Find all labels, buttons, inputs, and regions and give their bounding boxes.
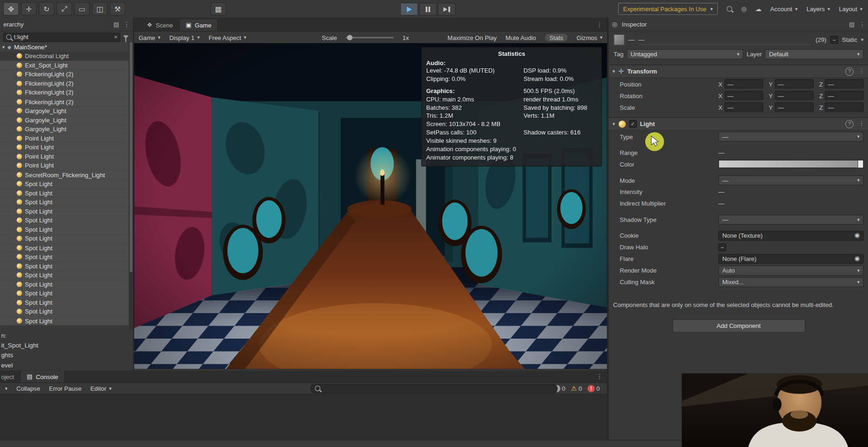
foldout-icon[interactable]: ▾ xyxy=(613,121,615,127)
console-search-field[interactable] xyxy=(310,384,557,393)
scene-header-row[interactable]: ▾ ◆ MainScene* xyxy=(0,42,128,51)
hand-tool-button[interactable]: ✥ xyxy=(3,2,19,16)
console-search-input[interactable] xyxy=(323,385,554,392)
hierarchy-item[interactable]: FlickeringLight (2) xyxy=(0,70,128,79)
layout-dropdown[interactable]: Layout ▾ xyxy=(839,6,862,12)
position-z-field[interactable]: — xyxy=(825,79,864,88)
hierarchy-item[interactable]: Spot Light xyxy=(0,307,128,316)
slider-knob[interactable] xyxy=(347,35,353,40)
stats-toggle[interactable]: Stats xyxy=(545,34,568,42)
error-filter-toggle[interactable]: ! 0 xyxy=(588,385,600,392)
component-menu-icon[interactable]: ⋮ xyxy=(859,67,865,76)
search-icon[interactable] xyxy=(727,6,732,12)
flare-object-field[interactable]: None (Flare) ◉ xyxy=(718,254,863,263)
scale-x-field[interactable]: — xyxy=(725,102,763,112)
cookie-object-field[interactable]: None (Texture) ◉ xyxy=(718,230,863,240)
hierarchy-search-field[interactable]: × xyxy=(3,33,120,42)
hierarchy-item[interactable]: Spot Light xyxy=(0,179,128,188)
shadow-type-dropdown[interactable]: — ▾ xyxy=(718,214,863,224)
account-dropdown[interactable]: Account ▾ xyxy=(770,6,798,12)
layers-dropdown[interactable]: Layers ▾ xyxy=(807,6,830,12)
render-mode-dropdown[interactable]: Auto ▾ xyxy=(718,265,863,275)
rotation-z-field[interactable]: — xyxy=(825,91,864,100)
filter-icon[interactable] xyxy=(123,35,129,39)
hierarchy-tab[interactable]: erarchy ▤ ⋮ xyxy=(0,18,133,32)
collapse-toggle[interactable]: Collapse xyxy=(16,385,40,392)
hierarchy-item[interactable]: Spot Light xyxy=(0,252,128,261)
hierarchy-item[interactable]: FlickeringLight (2) xyxy=(0,97,128,107)
editor-dropdown[interactable]: Editor ▾ xyxy=(90,385,112,392)
hierarchy-item[interactable]: Spot Light xyxy=(0,280,128,289)
foldout-icon[interactable]: ▾ xyxy=(2,44,5,50)
light-component-header[interactable]: ▾ ✓ Light ? ⋮ xyxy=(608,117,868,131)
help-icon[interactable]: ? xyxy=(845,67,854,76)
object-picker-icon[interactable]: ◉ xyxy=(855,232,860,239)
hierarchy-item[interactable]: Gargoyle_Light xyxy=(0,125,128,134)
tab-game[interactable]: ▣ Game xyxy=(180,20,218,31)
list-icon[interactable]: ▤ xyxy=(849,21,855,28)
hierarchy-item[interactable]: Spot Light xyxy=(0,289,128,298)
hierarchy-item[interactable]: Spot Light xyxy=(0,207,128,216)
play-button[interactable] xyxy=(400,3,418,15)
scale-z-field[interactable]: — xyxy=(825,102,864,112)
hierarchy-item[interactable]: Gargoyle_Light xyxy=(0,106,128,115)
crosshair-icon[interactable]: ◎ xyxy=(741,5,746,12)
console-log-area[interactable] xyxy=(0,394,607,441)
hierarchy-item[interactable]: Spot Light xyxy=(0,298,128,307)
mute-audio-toggle[interactable]: Mute Audio xyxy=(506,34,536,41)
rotation-x-field[interactable]: — xyxy=(725,91,763,100)
position-y-field[interactable]: — xyxy=(775,79,814,88)
maximize-on-play-toggle[interactable]: Maximize On Play xyxy=(447,34,497,41)
step-button[interactable] xyxy=(438,3,455,15)
move-tool-button[interactable]: ✛ xyxy=(21,2,36,16)
gizmos-dropdown[interactable]: Gizmos ▾ xyxy=(576,34,602,41)
grid-snap-button[interactable]: ▦ xyxy=(211,2,226,16)
error-pause-toggle[interactable]: Error Pause xyxy=(49,385,81,392)
range-field[interactable]: — xyxy=(718,149,724,156)
mode-dropdown[interactable]: — ▾ xyxy=(718,175,863,185)
intensity-field[interactable]: — xyxy=(718,188,724,195)
tab-project[interactable]: oject xyxy=(0,371,20,382)
hierarchy-item[interactable]: FlickeringLight (2) xyxy=(0,88,128,97)
panel-menu-icon[interactable]: ⋮ xyxy=(124,21,130,28)
type-dropdown[interactable]: — ▾ xyxy=(718,131,863,141)
color-field[interactable] xyxy=(718,160,863,168)
hierarchy-item[interactable]: Point Light xyxy=(0,133,128,143)
hierarchy-item[interactable]: SecretRoom_Flickering_Light xyxy=(0,170,128,180)
layer-dropdown[interactable]: Default ▾ xyxy=(765,49,864,59)
foldout-icon[interactable]: ▾ xyxy=(613,68,615,74)
panel-menu-icon[interactable]: ⋮ xyxy=(596,21,607,31)
hierarchy-item[interactable]: Directional Light xyxy=(0,52,128,61)
hierarchy-item[interactable]: Spot Light xyxy=(0,188,128,198)
hierarchy-item[interactable]: Spot Light xyxy=(0,243,128,253)
tab-scene[interactable]: ❖ Scene xyxy=(141,20,180,31)
static-checkbox[interactable]: – xyxy=(830,36,838,44)
scale-slider[interactable] xyxy=(346,37,394,38)
game-mode-dropdown[interactable]: Game ▾ xyxy=(139,34,160,41)
list-icon[interactable]: ▤ xyxy=(114,21,119,28)
draw-halo-checkbox[interactable]: – xyxy=(718,243,726,251)
transform-tool-button[interactable]: ◫ xyxy=(92,2,107,16)
clear-search-icon[interactable]: × xyxy=(114,34,118,40)
light-enabled-checkbox[interactable]: ✓ xyxy=(629,120,637,128)
console-dropdown-icon[interactable]: ▾ xyxy=(5,386,7,391)
rect-tool-button[interactable]: ▭ xyxy=(74,2,90,16)
hierarchy-item[interactable]: Gargoyle_Light xyxy=(0,115,128,125)
add-component-button[interactable]: Add Component xyxy=(672,319,805,333)
hierarchy-search-input[interactable] xyxy=(14,34,112,40)
hierarchy-item[interactable]: Spot Light xyxy=(0,216,128,225)
pause-button[interactable] xyxy=(419,3,437,15)
hierarchy-item[interactable]: Spot Light xyxy=(0,234,128,243)
hierarchy-item[interactable]: Exit_Spot_Light xyxy=(0,60,128,70)
hierarchy-item[interactable]: FlickeringLight (2) xyxy=(0,79,128,88)
warning-filter-toggle[interactable]: ⚠ 0 xyxy=(571,385,582,393)
transform-component-header[interactable]: ▾ ✛ Transform ? ⋮ xyxy=(608,65,868,78)
object-picker-icon[interactable]: ◉ xyxy=(855,255,860,262)
custom-tool-button[interactable]: ⚒ xyxy=(110,2,125,16)
panel-menu-icon[interactable]: ⋮ xyxy=(859,21,865,28)
hierarchy-item[interactable]: Spot Light xyxy=(0,198,128,207)
hierarchy-item[interactable]: Point Light xyxy=(0,161,128,170)
hierarchy-item[interactable]: Spot Light xyxy=(0,271,128,280)
component-menu-icon[interactable]: ⋮ xyxy=(859,120,865,128)
hierarchy-item[interactable]: Point Light xyxy=(0,152,128,161)
